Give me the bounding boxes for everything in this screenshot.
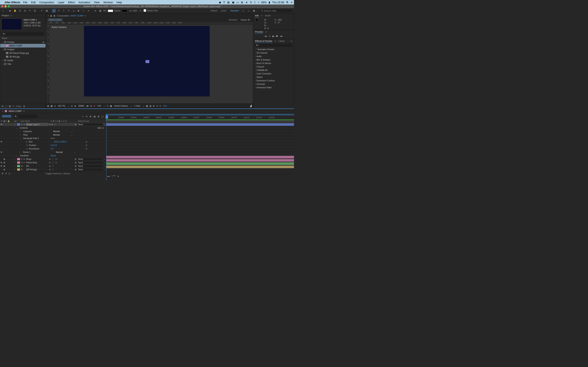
alpha-icon[interactable]: ▤ bbox=[47, 105, 49, 107]
prop-transform[interactable]: ›TransformReset bbox=[0, 154, 105, 157]
view-count[interactable]: 1 View bbox=[134, 105, 141, 107]
interpret-icon[interactable]: ▤ bbox=[1, 105, 3, 108]
effect-category[interactable]: › CINEMA 4D bbox=[253, 68, 294, 72]
newfolder-icon[interactable]: ▢ bbox=[5, 105, 7, 108]
display-icon[interactable]: ▣ bbox=[232, 1, 234, 4]
menu-window[interactable]: Window bbox=[103, 1, 113, 4]
close-icon[interactable] bbox=[1, 5, 3, 7]
prop-roundness[interactable]: ⊙Roundness0.0⊚ bbox=[0, 147, 105, 150]
star-icon[interactable]: ★ bbox=[94, 9, 97, 13]
pixel-aspect-icon[interactable]: ▣ bbox=[146, 105, 148, 107]
type-tool-icon[interactable]: T bbox=[62, 9, 66, 13]
zoom-level[interactable]: (66.7%) bbox=[57, 105, 66, 107]
add-menu-icon[interactable]: ⊙ bbox=[139, 9, 142, 13]
menu-effect[interactable]: Effect bbox=[68, 1, 75, 4]
traffic-lights[interactable] bbox=[0, 5, 11, 7]
effect-category[interactable]: › Generate bbox=[253, 82, 294, 86]
chevron-down-icon[interactable]: ⌄ bbox=[143, 105, 144, 107]
zoom-in-icon[interactable]: ▲ bbox=[117, 175, 120, 177]
menu-view[interactable]: View bbox=[94, 1, 100, 4]
tab-effects[interactable]: Effects & Presets bbox=[255, 39, 272, 43]
wifi-icon[interactable]: ▿ bbox=[258, 1, 259, 4]
panel-menu-icon[interactable]: ≡ bbox=[275, 40, 276, 42]
menu-file[interactable]: File bbox=[23, 1, 27, 4]
shy-icon[interactable]: ⤳ bbox=[82, 115, 84, 118]
mask-icon[interactable]: ▦ bbox=[45, 9, 49, 13]
comp-thumbnail[interactable] bbox=[1, 18, 22, 30]
toggle-icon[interactable]: ⊕ bbox=[5, 172, 7, 175]
timeline-icon[interactable]: ⊞ bbox=[153, 105, 155, 107]
expand-icon[interactable]: ▟ bbox=[250, 105, 252, 107]
contents-row[interactable]: ⌄ContentsAdd: ⊙ bbox=[0, 126, 105, 130]
close-tab-icon[interactable]: × bbox=[48, 15, 49, 17]
draft3d-icon[interactable]: ⊗ bbox=[98, 115, 99, 118]
orbit-tool-icon[interactable]: ⊕ bbox=[23, 9, 27, 13]
prop-position[interactable]: ⊙Position0.0,0.0⊚ bbox=[0, 143, 105, 147]
roto-tool-icon[interactable]: ✧ bbox=[81, 9, 85, 13]
tab-preview[interactable]: Preview bbox=[255, 30, 263, 34]
fast-preview-icon[interactable]: ▤ bbox=[149, 105, 151, 107]
zoom-icon[interactable] bbox=[8, 5, 10, 7]
prop-size[interactable]: 👁⊙Size1920.0,1080.0⊚ bbox=[0, 140, 105, 143]
pen-tool-icon[interactable]: ✒ bbox=[57, 9, 61, 13]
adjust-icon[interactable]: ✎ bbox=[12, 105, 14, 108]
resolution-select[interactable]: Full bbox=[97, 105, 102, 107]
clock[interactable]: Thu 15:56 bbox=[272, 1, 284, 4]
menu-icon[interactable]: ≡ bbox=[291, 1, 292, 4]
property-row[interactable]: ›CapsulesNormal⌄ bbox=[0, 130, 105, 133]
workspace-menu-icon[interactable]: ≡ bbox=[242, 9, 245, 13]
undo-icon[interactable]: ↶ bbox=[40, 9, 44, 13]
current-time[interactable]: 00000 bbox=[2, 115, 11, 118]
color-mgmt-icon[interactable]: ✣ bbox=[94, 105, 95, 107]
clone-tool-icon[interactable]: ⊿ bbox=[72, 9, 75, 13]
channel-icon[interactable]: ▦ bbox=[51, 105, 52, 107]
first-frame-icon[interactable]: ⏮ bbox=[265, 35, 267, 38]
ruler-vertical[interactable]: 012345678901 bbox=[46, 25, 49, 103]
puppet-tool-icon[interactable]: 📌︎ bbox=[86, 9, 90, 13]
mask-overlay-icon[interactable]: ⊙ bbox=[54, 105, 56, 107]
effect-category[interactable]: › Audio bbox=[253, 55, 294, 58]
zoom-tool-icon[interactable]: 🔍︎ bbox=[18, 9, 22, 13]
flowchart-icon[interactable]: ⊀ bbox=[43, 41, 44, 43]
comp-crumb[interactable]: MAIN COMP bbox=[48, 18, 63, 21]
shape-handle[interactable] bbox=[146, 60, 149, 63]
fill-swatch[interactable] bbox=[108, 9, 113, 12]
close-timeline-icon[interactable]: × bbox=[2, 110, 3, 112]
panel-menu-icon[interactable]: ≡ bbox=[261, 14, 262, 17]
chevron-down-icon[interactable]: ⌄ bbox=[68, 105, 69, 107]
comp-stage[interactable]: Active Camera bbox=[49, 25, 253, 103]
folder-solids[interactable]: ›Solids bbox=[0, 58, 45, 62]
item-main-comp[interactable]: MAIN COMP bbox=[0, 44, 45, 48]
stroke-swatch[interactable] bbox=[122, 9, 127, 12]
hand-tool-icon[interactable]: ✋ bbox=[13, 9, 17, 13]
workspace-more-icon[interactable]: » bbox=[247, 9, 251, 13]
brackets-icon[interactable]: {} bbox=[9, 172, 10, 175]
property-row[interactable]: ⌄Rectangle Path 1⇄ ⇆ bbox=[0, 137, 105, 140]
bluetooth-icon[interactable]: ᛒ bbox=[254, 1, 256, 4]
item-jb-ref[interactable]: JB Ref.jpg bbox=[0, 55, 45, 58]
menu-animation[interactable]: Animation bbox=[78, 1, 90, 4]
item-planet-rings[interactable]: JB Planet Rings.jpg bbox=[0, 51, 45, 55]
prop-stroke[interactable]: 👁›Stroke 1Normal⌄ bbox=[0, 150, 105, 154]
folder-comps[interactable]: ⌄Comps⊀ bbox=[0, 40, 45, 44]
current-time[interactable]: 00000 bbox=[78, 105, 85, 107]
timeline-search[interactable]: 🔍︎⁝ bbox=[13, 115, 38, 118]
res-down-icon[interactable]: ⊡ bbox=[71, 105, 73, 107]
chevron-down-icon[interactable]: ⌄ bbox=[130, 105, 132, 107]
selection-tool-icon[interactable]: ▶ bbox=[8, 9, 12, 13]
renderer-select[interactable]: Classic 3D bbox=[239, 18, 251, 21]
toggle-switches[interactable]: Toggle Switches / Modes bbox=[45, 172, 70, 175]
effect-category[interactable]: › 3D Channel bbox=[253, 51, 294, 55]
comp-canvas[interactable] bbox=[84, 26, 210, 96]
menu-edit[interactable]: Edit bbox=[31, 1, 35, 4]
tab-info[interactable]: Info bbox=[255, 14, 259, 17]
folder-images[interactable]: ⌄Images bbox=[0, 48, 45, 51]
effect-category[interactable]: › Color Correction bbox=[253, 72, 294, 75]
panel-menu-icon[interactable]: ≡ bbox=[85, 15, 86, 17]
effect-category[interactable]: › Expression Controls bbox=[253, 79, 294, 82]
tab-audio[interactable]: Audio bbox=[265, 14, 271, 17]
dropbox-icon[interactable]: ⠿ bbox=[223, 1, 225, 4]
menu-layer[interactable]: Layer bbox=[58, 1, 65, 4]
cti-head[interactable] bbox=[105, 115, 108, 119]
effect-category[interactable]: › Distort bbox=[253, 75, 294, 79]
